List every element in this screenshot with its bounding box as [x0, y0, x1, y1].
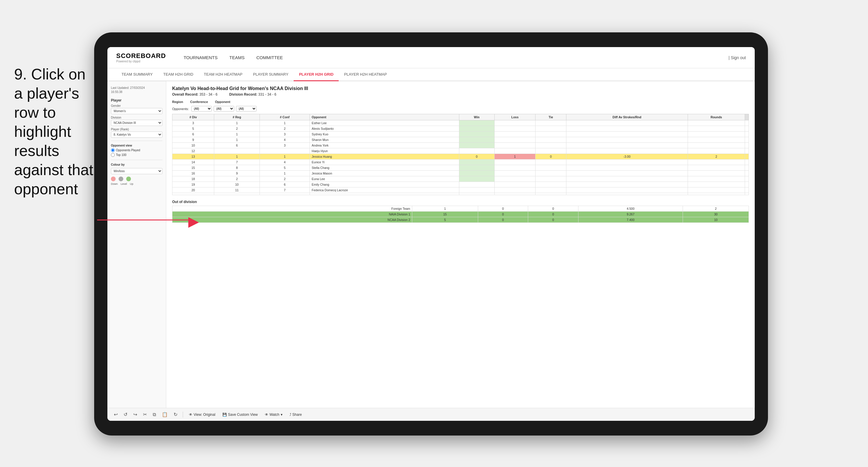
tablet-screen: SCOREBOARD Powered by clippd TOURNAMENTS… — [107, 47, 755, 421]
paste-button[interactable]: 📋 — [160, 410, 169, 418]
grid-title: Katelyn Vo Head-to-Head Grid for Women's… — [172, 86, 749, 91]
player-select[interactable]: 8. Katelyn Vo — [111, 131, 162, 138]
forward-button[interactable]: ↪ — [131, 410, 139, 418]
watch-button[interactable]: 👁 Watch ▾ — [262, 411, 285, 418]
tab-team-summary[interactable]: TEAM SUMMARY — [116, 68, 158, 81]
filter-region-group: Region — [172, 100, 184, 103]
ood-label: Out of division — [172, 200, 749, 204]
main-content: Last Updated: 27/03/2024 16:55:38 Player… — [107, 81, 755, 408]
col-opponent: Opponent — [310, 114, 459, 120]
tab-player-summary[interactable]: PLAYER SUMMARY — [248, 68, 293, 81]
colour-labels: Down Level Up — [111, 182, 162, 185]
division-record: Division Record: 331 - 34 - 6 — [229, 92, 276, 96]
share-button[interactable]: ⤴ Share — [287, 411, 304, 418]
table-row[interactable]: 1691 Jessica Mason — [173, 171, 749, 176]
table-row[interactable]: 914 Sharon Mun — [173, 137, 749, 143]
scissors-button[interactable]: ✂ — [141, 410, 149, 418]
logo-area: SCOREBOARD Powered by clippd — [116, 52, 166, 63]
colour-section: Colour by Win/loss Down Level Up — [111, 163, 162, 185]
col-conf: # Conf — [260, 114, 310, 120]
eye-icon: 👁 — [189, 412, 192, 417]
tab-team-h2h-grid[interactable]: TEAM H2H GRID — [158, 68, 198, 81]
col-diff: Diff Av Strokes/Rnd — [566, 114, 688, 120]
sidebar-player-label: Player — [111, 98, 162, 102]
gender-select[interactable]: Women's — [111, 108, 162, 114]
top-nav: SCOREBOARD Powered by clippd TOURNAMENTS… — [107, 47, 755, 68]
undo-button[interactable]: ↩ — [112, 410, 120, 418]
sub-nav: TEAM SUMMARY TEAM H2H GRID TEAM H2H HEAT… — [107, 68, 755, 81]
table-row[interactable]: 20117 Federica Domecq Lacroze — [173, 187, 749, 193]
out-of-division-section: Out of division Foreign Team 1 0 0 4.500… — [172, 200, 749, 223]
ood-row: NAIA Division 1 15 0 0 9.267 30 — [173, 212, 749, 217]
instruction-text: 9. Click on a player's row to highlight … — [14, 65, 96, 199]
view-original-button[interactable]: 👁 View: Original — [187, 411, 218, 418]
sidebar-divider-1 — [111, 141, 162, 141]
copy-button[interactable]: ⧉ — [151, 411, 158, 418]
dot-level — [119, 177, 123, 181]
nav-committee[interactable]: COMMITTEE — [250, 47, 289, 68]
table-row[interactable]: 1474 Eunice Yi — [173, 159, 749, 165]
cursor-arrow — [188, 217, 199, 228]
radio-opponents-played[interactable]: Opponents Played — [111, 148, 162, 152]
player-rank-label: Player (Rank) — [111, 128, 162, 131]
ood-row: NCAA Division 2 5 0 0 7.400 10 — [173, 217, 749, 223]
filter-row: Region Conference Opponent — [172, 100, 749, 103]
table-row-empty — [173, 193, 749, 195]
filter-selects-row: Opponents: (All) (All) (All) — [172, 106, 749, 112]
col-loss: Loss — [494, 114, 535, 120]
col-scroll — [745, 114, 749, 120]
sign-out-link[interactable]: | Sign out — [728, 55, 746, 60]
sidebar-timestamp: Last Updated: 27/03/2024 16:55:38 — [111, 86, 162, 94]
dot-up — [126, 177, 131, 181]
col-win: Win — [459, 114, 494, 120]
tab-team-h2h-heatmap[interactable]: TEAM H2H HEATMAP — [198, 68, 248, 81]
filter-opponent-group: Opponent — [215, 100, 231, 103]
colour-by-label: Colour by — [111, 163, 162, 166]
radio-top100[interactable]: Top 100 — [111, 153, 162, 157]
table-row-highlighted[interactable]: 1311 Jessica Huang 0 1 0 -3.00 2 — [173, 154, 749, 159]
refresh-button[interactable]: ↻ — [172, 410, 179, 418]
opponent-filter-select[interactable]: (All) — [236, 106, 256, 112]
table-row[interactable]: 19106 Emily Chang — [173, 182, 749, 187]
sidebar: Last Updated: 27/03/2024 16:55:38 Player… — [107, 81, 166, 408]
table-row[interactable]: 1822 Euna Lee — [173, 176, 749, 182]
toolbar-sep-1 — [183, 412, 183, 417]
watch-icon: 👁 — [265, 412, 268, 417]
redo-button[interactable]: ↺ — [122, 410, 129, 418]
filter-conference-group: Conference — [190, 100, 209, 103]
arrow-line — [97, 220, 190, 220]
save-icon: 💾 — [222, 412, 227, 417]
ood-row: Foreign Team 1 0 0 4.500 2 — [173, 206, 749, 212]
col-div: # Div — [173, 114, 214, 120]
logo-text: SCOREBOARD — [116, 52, 166, 60]
col-rounds: Rounds — [688, 114, 745, 120]
h2h-table: # Div # Reg # Conf Opponent Win Loss Tie… — [172, 114, 749, 195]
bottom-toolbar: ↩ ↺ ↪ ✂ ⧉ 📋 ↻ 👁 View: Original 💾 Save Cu… — [107, 408, 755, 421]
share-icon: ⤴ — [289, 412, 291, 417]
tablet-frame: SCOREBOARD Powered by clippd TOURNAMENTS… — [94, 32, 768, 436]
col-tie: Tie — [535, 114, 566, 120]
table-row[interactable]: 12 Haeju Hyun — [173, 148, 749, 154]
dot-down — [111, 177, 116, 181]
conference-filter-select[interactable]: (All) — [214, 106, 234, 112]
opponent-view-label: Opponent view — [111, 144, 162, 147]
table-row[interactable]: 1585 Stella Chang — [173, 165, 749, 171]
table-row[interactable]: 522 Alexis Sudjianto — [173, 126, 749, 131]
colour-by-select[interactable]: Win/loss — [111, 168, 162, 174]
region-filter-select[interactable]: (All) — [191, 106, 212, 112]
table-row[interactable]: 311 Esther Lee — [173, 120, 749, 126]
table-row[interactable]: 613 Sydney Kuo — [173, 131, 749, 137]
division-label: Division — [111, 116, 162, 119]
nav-items: TOURNAMENTS TEAMS COMMITTEE — [178, 47, 728, 68]
save-custom-view-button[interactable]: 💾 Save Custom View — [220, 411, 260, 418]
overall-record: Overall Record: 353 - 34 - 6 — [172, 92, 217, 96]
sidebar-divider-2 — [111, 160, 162, 160]
division-select[interactable]: NCAA Division III — [111, 120, 162, 126]
logo-sub: Powered by clippd — [116, 60, 166, 63]
grid-area: Katelyn Vo Head-to-Head Grid for Women's… — [166, 81, 755, 408]
tab-player-h2h-grid[interactable]: PLAYER H2H GRID — [293, 68, 339, 81]
nav-teams[interactable]: TEAMS — [223, 47, 250, 68]
nav-tournaments[interactable]: TOURNAMENTS — [178, 47, 224, 68]
tab-player-h2h-heatmap[interactable]: PLAYER H2H HEATMAP — [339, 68, 392, 81]
table-row[interactable]: 1063 Andrea York — [173, 143, 749, 148]
